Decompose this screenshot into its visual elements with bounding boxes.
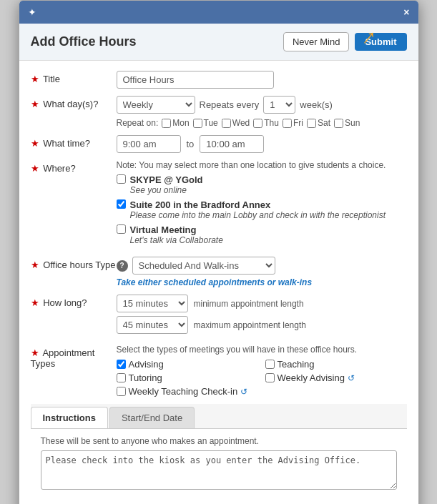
- tab-content-instructions: These will be sent to anyone who makes a…: [31, 429, 407, 499]
- weekly-teaching-checkbox[interactable]: [117, 387, 126, 396]
- what-time-label: ★ What time?: [31, 135, 117, 149]
- title-row: ★ Title: [31, 71, 407, 89]
- max-duration-row: 45 minutes maximum appointment length: [117, 316, 407, 334]
- weeks-label: week(s): [300, 99, 333, 110]
- tutoring-checkbox[interactable]: [117, 373, 126, 382]
- where-note: Note: You may select more than one locat…: [117, 160, 407, 170]
- appt-type-weekly-advising: Weekly Advising ↺: [265, 372, 407, 383]
- office-type-hint: Take either scheduled appointments or wa…: [117, 277, 407, 287]
- location-suite200-info: Suite 200 in the Bradford Annex Please c…: [130, 199, 386, 220]
- day-wed[interactable]: Wed: [222, 118, 250, 128]
- dialog-header: Add Office Hours Never Mind Submit: [19, 24, 418, 61]
- min-duration-row: 15 minutes minimum appointment length: [117, 295, 407, 312]
- instructions-note: These will be sent to anyone who makes a…: [41, 436, 397, 446]
- tutoring-label: Tutoring: [129, 372, 162, 383]
- sat-checkbox[interactable]: [307, 119, 316, 128]
- appt-type-advising: Advising: [117, 359, 258, 370]
- how-long-row: ★ How long? 15 minutes minimum appointme…: [31, 295, 407, 337]
- appt-type-teaching: Teaching: [265, 359, 407, 370]
- never-mind-button[interactable]: Never Mind: [283, 32, 349, 51]
- appointment-types-content: Select the types of meetings you will ha…: [117, 345, 407, 397]
- page-title: Add Office Hours: [31, 34, 137, 49]
- where-label: ★ Where?: [31, 160, 117, 174]
- day-row: Weekly Repeats every 1 week(s): [117, 96, 407, 114]
- office-type-row: ? Scheduled And Walk-ins: [117, 257, 407, 275]
- close-icon[interactable]: ×: [403, 6, 409, 18]
- location-virtual-checkbox[interactable]: [117, 224, 126, 234]
- location-suite200-checkbox[interactable]: [117, 199, 126, 209]
- location-skype-info: SKYPE @ YGold See you online: [130, 174, 203, 195]
- tab-instructions[interactable]: Instructions: [31, 407, 108, 428]
- required-star: ★: [31, 163, 39, 174]
- required-star: ★: [31, 138, 39, 149]
- time-start-input[interactable]: [117, 135, 181, 153]
- frequency-select[interactable]: Weekly: [117, 96, 195, 114]
- weekly-teaching-refresh-icon[interactable]: ↺: [240, 387, 247, 397]
- office-hours-type-label: ★ Office hours Type: [31, 257, 117, 270]
- what-day-content: Weekly Repeats every 1 week(s) Repeat on…: [117, 96, 407, 128]
- what-day-label: ★ What day(s)?: [31, 96, 117, 109]
- location-suite200-name: Suite 200 in the Bradford Annex: [130, 199, 386, 210]
- required-star: ★: [31, 99, 39, 109]
- location-skype: SKYPE @ YGold See you online: [117, 174, 407, 195]
- dialog-body: ★ Title ★ What day(s)? Weekly Repeats ev…: [19, 61, 418, 504]
- title-input[interactable]: [117, 71, 274, 89]
- day-sun[interactable]: Sun: [334, 118, 360, 128]
- to-label: to: [187, 139, 195, 149]
- how-long-label: ★ How long?: [31, 295, 117, 308]
- location-skype-name: SKYPE @ YGold: [130, 174, 203, 185]
- repeats-every-label: Repeats every: [200, 99, 260, 110]
- sun-checkbox[interactable]: [334, 119, 343, 128]
- tue-checkbox[interactable]: [193, 119, 202, 128]
- required-star: ★: [31, 260, 39, 270]
- location-suite200: Suite 200 in the Bradford Annex Please c…: [117, 199, 407, 220]
- min-duration-label: minimum appointment length: [194, 299, 304, 309]
- help-icon[interactable]: ?: [117, 260, 128, 272]
- tabs-row: Instructions Start/End Date: [31, 404, 407, 429]
- weekly-advising-refresh-icon[interactable]: ↺: [348, 373, 355, 383]
- advising-label: Advising: [129, 359, 164, 370]
- day-sat[interactable]: Sat: [307, 118, 330, 128]
- day-mon[interactable]: Mon: [162, 118, 189, 128]
- add-office-hours-dialog: ✦ × Add Office Hours Never Mind Submit ↑…: [19, 0, 419, 504]
- submit-button[interactable]: Submit: [355, 33, 406, 51]
- tab-start-end-date[interactable]: Start/End Date: [109, 407, 195, 428]
- required-star: ★: [31, 297, 39, 308]
- day-thu[interactable]: Thu: [253, 118, 279, 128]
- weekly-advising-label: Weekly Advising: [278, 372, 345, 383]
- max-duration-select[interactable]: 45 minutes: [117, 316, 188, 334]
- title-field-container: [117, 71, 407, 89]
- day-tue[interactable]: Tue: [193, 118, 218, 128]
- appt-type-tutoring: Tutoring: [117, 372, 258, 383]
- appt-type-weekly-teaching: Weekly Teaching Check-in ↺: [117, 386, 258, 397]
- day-fri[interactable]: Fri: [283, 118, 303, 128]
- mon-checkbox[interactable]: [162, 119, 171, 128]
- where-row: ★ Where? Note: You may select more than …: [31, 160, 407, 249]
- how-long-content: 15 minutes minimum appointment length 45…: [117, 295, 407, 337]
- required-star: ★: [31, 74, 39, 84]
- instructions-textarea[interactable]: Please check into the kiosk as you enter…: [41, 450, 397, 490]
- office-type-select[interactable]: Scheduled And Walk-ins: [132, 257, 275, 275]
- what-time-row: ★ What time? to: [31, 135, 407, 153]
- weekly-advising-checkbox[interactable]: [265, 373, 275, 382]
- fri-checkbox[interactable]: [283, 119, 292, 128]
- teaching-label: Teaching: [278, 359, 315, 370]
- wed-checkbox[interactable]: [222, 119, 231, 128]
- teaching-checkbox[interactable]: [265, 360, 275, 369]
- header-buttons: Never Mind Submit: [283, 32, 407, 51]
- location-skype-checkbox[interactable]: [117, 174, 126, 184]
- title-label: ★ Title: [31, 71, 117, 84]
- repeat-num-select[interactable]: 1: [263, 96, 295, 114]
- where-content: Note: You may select more than one locat…: [117, 160, 407, 249]
- dialog-icon: ✦: [28, 6, 36, 18]
- thu-checkbox[interactable]: [253, 119, 262, 128]
- min-duration-select[interactable]: 15 minutes: [117, 295, 188, 312]
- advising-checkbox[interactable]: [117, 360, 126, 369]
- appt-types-header: Select the types of meetings you will ha…: [117, 345, 407, 355]
- appt-types-grid: Advising Teaching Tutoring Weekly Advisi…: [117, 359, 407, 397]
- location-skype-desc: See you online: [130, 185, 203, 195]
- max-duration-label: maximum appointment length: [194, 320, 306, 330]
- time-end-input[interactable]: [200, 135, 264, 153]
- location-virtual-name: Virtual Meeting: [130, 224, 223, 235]
- office-hours-type-content: ? Scheduled And Walk-ins Take either sch…: [117, 257, 407, 287]
